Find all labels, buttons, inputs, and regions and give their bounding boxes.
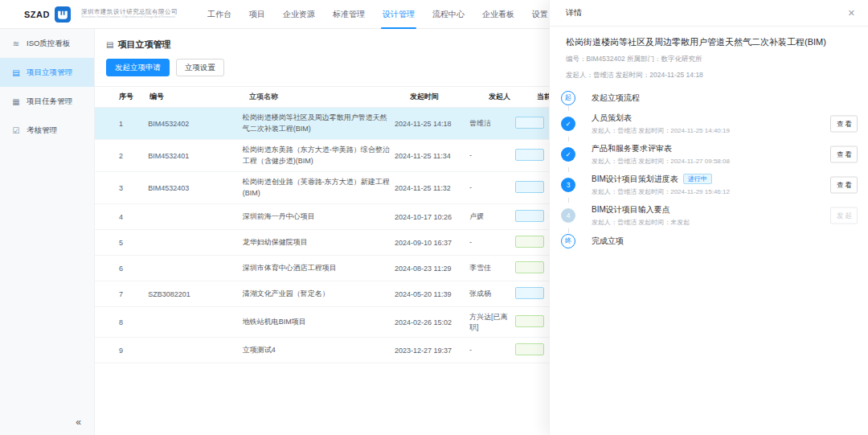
timeline-step-subtext: 发起人：曾维洁 发起时间：2024-11-25 14:40:19 xyxy=(592,126,858,136)
column-header-time: 发起时间 xyxy=(410,92,489,102)
timeline-action-button[interactable]: 查看 xyxy=(830,146,858,163)
detail-meta-line2: 发起人：曾维洁 发起时间：2024-11-25 14:18 xyxy=(566,71,852,80)
sidebar-collapse-icon[interactable]: « xyxy=(76,417,81,428)
table-body: 1 BIM4532402 松岗街道楼岗等社区及周边零散用户管道天然气二次补装工程… xyxy=(95,108,549,363)
timeline-step-label-row: 发起立项流程 xyxy=(592,92,858,104)
row-initiator: 李雪佳 xyxy=(469,258,515,278)
timeline-node-icon: ✓ xyxy=(561,117,575,131)
page-title-icon: ▤ xyxy=(106,40,113,49)
nav-item[interactable]: 流程中心 xyxy=(424,0,473,29)
timeline-step-label: 完成立项 xyxy=(592,236,624,247)
row-status-cell xyxy=(515,176,549,199)
row-code xyxy=(148,264,243,273)
timeline-step: 3 BIM设计项目策划进度表 进行中 发起人：曾维洁 发起时间：2024-11-… xyxy=(561,172,858,198)
row-initiator: - xyxy=(469,178,515,198)
nav-item[interactable]: 设计管理 xyxy=(374,0,424,29)
table-row[interactable]: 2 BIM4532401 松岗街道东美路（东方大道-华美路）综合整治工程（含健步… xyxy=(95,140,549,172)
row-index: 3 xyxy=(119,179,148,197)
timeline-step-subtext: 发起人：曾维洁 发起时间：2024-11-27 09:58:08 xyxy=(592,157,858,166)
table-row[interactable]: 3 BIM4532403 松岗街道创业路（芙蓉路-东方大道）新建工程(BIM) … xyxy=(95,172,549,204)
row-project-name: 松岗街道楼岗等社区及周边零散用户管道天然气二次补装工程(BIM) xyxy=(243,108,395,139)
sidebar-item-icon: ▦ xyxy=(11,97,21,106)
sidebar-item-label: 考核管理 xyxy=(27,125,57,136)
timeline-action-button[interactable]: 查看 xyxy=(830,177,858,194)
row-index: 6 xyxy=(119,260,148,277)
sidebar-item[interactable]: ≋ ISO质控看板 xyxy=(0,29,94,58)
timeline-step: 起 发起立项流程 xyxy=(561,90,858,106)
company-name: 深圳市建筑设计研究总院有限公司 xyxy=(81,9,178,15)
row-start-time: 2024-11-25 11:32 xyxy=(395,179,469,197)
page-title: 项目立项管理 xyxy=(117,39,170,51)
timeline-step-label: 人员策划表 xyxy=(592,113,632,124)
action-row: 发起立项申请 立项设置 xyxy=(106,59,549,76)
row-project-name: 深圳市体育中心酒店工程项目 xyxy=(243,258,395,279)
table-row[interactable]: 9 立项测试4 2023-12-27 19:37 - xyxy=(95,338,549,363)
detail-meta-line1: 编号：BIM4532402 所属部门：数字化研究所 xyxy=(566,55,852,64)
table-row[interactable]: 4 深圳前海一丹中心项目 2024-10-17 10:26 卢媛 xyxy=(95,204,549,230)
brand-logo[interactable]: SZAD 深圳市建筑设计研究总院有限公司 Shenzhen General In… xyxy=(24,6,178,23)
row-code xyxy=(148,212,243,222)
sidebar-item[interactable]: ▤ 项目立项管理 xyxy=(0,58,94,87)
close-icon[interactable]: ✕ xyxy=(848,8,855,18)
sidebar-item-icon: ▤ xyxy=(11,68,21,77)
row-status-cell xyxy=(515,310,549,334)
row-project-name: 松岗街道创业路（芙蓉路-东方大道）新建工程(BIM) xyxy=(243,172,395,203)
row-code: BIM4532402 xyxy=(148,115,243,133)
row-project-name: 地铁站机电BIM项目 xyxy=(243,312,395,333)
row-status-cell xyxy=(515,205,549,228)
sidebar-item[interactable]: ☑ 考核管理 xyxy=(0,116,94,145)
company-name-en: Shenzhen General Institute Of Architectu… xyxy=(81,15,176,18)
timeline-step-label-row: 人员策划表 xyxy=(592,113,858,124)
status-badge xyxy=(515,149,544,161)
process-timeline: 起 发起立项流程 ✓ 人员策划表 发起人：曾维洁 发起时间：2024-11- xyxy=(561,90,858,249)
create-project-button[interactable]: 发起立项申请 xyxy=(106,59,170,76)
logo-text: SZAD xyxy=(24,10,50,19)
nav-item[interactable]: 企业看板 xyxy=(473,0,523,29)
table-row[interactable]: 5 龙华妇幼保健院项目 2024-09-10 16:37 - xyxy=(95,230,549,256)
status-badge xyxy=(515,210,544,222)
row-initiator: 张成杨 xyxy=(469,284,515,304)
timeline-step-label-row: BIM设计项目策划进度表 进行中 xyxy=(592,174,858,185)
table-row[interactable]: 8 地铁站机电BIM项目 2024-02-26 15:02 方兴达[已离职] xyxy=(95,307,549,338)
sidebar-item-label: 项目任务管理 xyxy=(27,96,72,107)
nav-item[interactable]: 企业资源 xyxy=(274,0,324,29)
nav-item[interactable]: 标准管理 xyxy=(324,0,374,29)
detail-panel-title: 详情 xyxy=(566,7,582,18)
row-start-time: 2024-05-20 11:39 xyxy=(395,285,469,303)
project-table: 序号 编号 立项名称 发起时间 发起人 当前状态 1 BIM4532402 松岗… xyxy=(95,86,549,363)
row-initiator: 方兴达[已离职] xyxy=(469,307,515,337)
status-badge xyxy=(515,315,544,327)
row-index: 1 xyxy=(119,115,148,133)
sidebar-menu: ≋ ISO质控看板 ▤ 项目立项管理 ▦ 项目任务管理 ☑ 考核管理 xyxy=(0,29,94,145)
nav-item[interactable]: 项目 xyxy=(240,0,274,29)
row-start-time: 2024-11-25 11:34 xyxy=(395,147,469,165)
sidebar-item[interactable]: ▦ 项目任务管理 xyxy=(0,87,94,116)
timeline-action-button[interactable]: 查看 xyxy=(830,116,858,133)
column-header-name: 立项名称 xyxy=(249,92,410,103)
row-status-cell xyxy=(515,256,549,280)
row-start-time: 2024-11-25 14:18 xyxy=(395,115,469,133)
sidebar: ≋ ISO质控看板 ▤ 项目立项管理 ▦ 项目任务管理 ☑ 考核管理 xyxy=(0,29,95,435)
timeline-step-label-row: BIM设计项目输入要点 xyxy=(592,204,858,215)
table-row[interactable]: 1 BIM4532402 松岗街道楼岗等社区及周边零散用户管道天然气二次补装工程… xyxy=(95,108,549,140)
row-initiator: 曾维洁 xyxy=(469,113,515,133)
timeline-step-label-row: 完成立项 xyxy=(592,236,858,247)
row-status-cell xyxy=(515,112,549,135)
nav-item[interactable]: 工作台 xyxy=(199,0,240,29)
table-row[interactable]: 7 SZB3082201 清湖文化产业园（暂定名） 2024-05-20 11:… xyxy=(95,281,549,307)
timeline-action-button[interactable]: 发起 xyxy=(830,207,858,224)
row-index: 8 xyxy=(119,314,148,331)
row-index: 9 xyxy=(119,342,148,359)
timeline-node-icon: 4 xyxy=(561,208,575,223)
row-start-time: 2024-09-10 16:37 xyxy=(395,234,469,252)
row-project-name: 立项测试4 xyxy=(243,340,395,361)
table-row[interactable]: 6 深圳市体育中心酒店工程项目 2024-08-23 11:29 李雪佳 xyxy=(95,256,549,281)
project-settings-button[interactable]: 立项设置 xyxy=(176,59,224,76)
row-start-time: 2024-02-26 15:02 xyxy=(395,314,469,331)
row-index: 2 xyxy=(119,147,148,165)
row-status-cell xyxy=(515,282,549,306)
column-header-status: 当前状态 xyxy=(537,92,549,102)
row-code xyxy=(148,346,243,355)
timeline-step: 终 完成立项 xyxy=(561,233,858,249)
row-project-name: 深圳前海一丹中心项目 xyxy=(243,207,395,228)
